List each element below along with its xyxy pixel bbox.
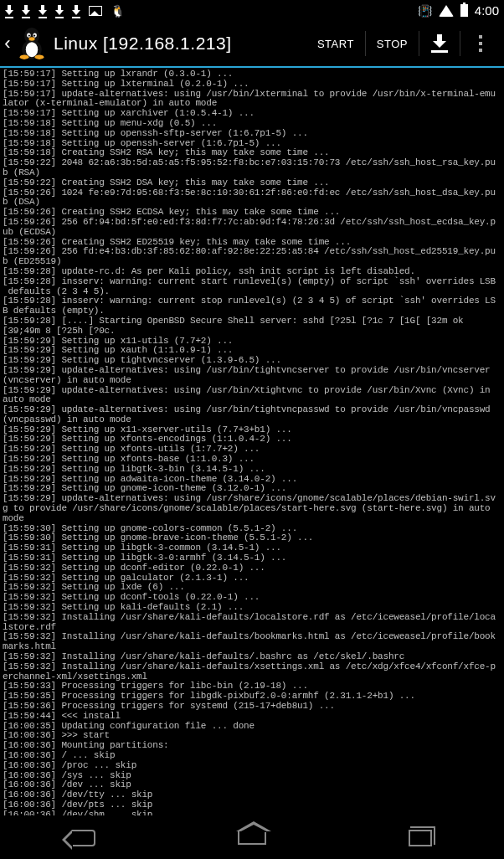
download-notification-icon [39,5,47,17]
battery-icon [460,4,468,17]
svg-point-9 [35,55,44,59]
nav-home-button[interactable] [227,826,277,851]
wifi-icon [439,5,454,17]
download-notification-icon [55,5,64,17]
svg-point-5 [28,34,30,36]
app-action-bar: ‹ Linux [192.168.1.213] START STOP [0,21,504,68]
app-title: Linux [192.168.1.213] [54,33,232,54]
app-icon-tux[interactable] [15,27,49,60]
svg-point-6 [33,34,35,36]
linux-notification-icon: 🐧 [111,4,125,18]
start-button[interactable]: START [306,20,365,67]
stop-button[interactable]: STOP [366,20,419,67]
android-status-bar: 🐧 📳 4:00 [0,0,504,21]
download-button[interactable] [419,20,460,67]
download-notification-icon [5,5,13,17]
vibrate-icon: 📳 [418,4,432,18]
terminal-output[interactable]: [15:59:17] Setting up lxrandr (0.3.0-1) … [0,68,504,815]
back-button[interactable]: ‹ [0,20,15,67]
nav-back-button[interactable] [59,826,109,851]
nav-recent-button[interactable] [395,826,445,851]
svg-point-7 [28,37,34,41]
image-notification-icon [89,6,102,16]
download-notification-icon [72,5,80,17]
overflow-menu-button[interactable] [460,20,501,67]
android-nav-bar [0,817,504,859]
svg-point-8 [20,55,29,59]
clock: 4:00 [475,3,499,18]
svg-point-2 [26,42,38,57]
download-notification-icon [22,5,30,17]
tux-icon [17,27,47,60]
